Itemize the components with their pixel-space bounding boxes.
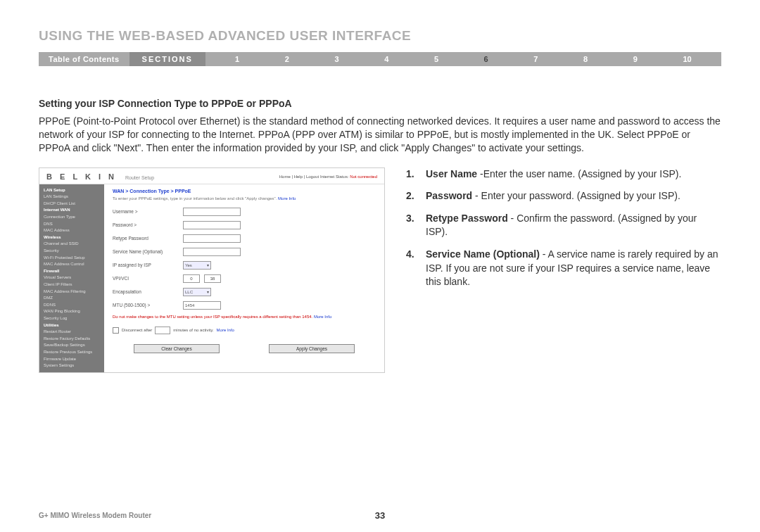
sidebar-item[interactable]: Client IP Filters — [39, 281, 104, 289]
footer-page-number: 33 — [375, 510, 385, 521]
label-mtu: MTU (500-1500) > — [113, 303, 183, 308]
sidebar-item[interactable]: DNS — [39, 221, 104, 228]
sidebar-item[interactable]: MAC Address Filtering — [39, 289, 104, 296]
chevron-down-icon: ▾ — [207, 289, 209, 294]
sidebar-item: Wireless — [39, 234, 104, 241]
instruction-item: 3.Retype Password - Confirm the password… — [406, 212, 721, 239]
input-vci[interactable]: 38 — [204, 274, 221, 283]
sidebar-item: Internet WAN — [39, 207, 104, 214]
label-password: Password > — [113, 222, 183, 227]
nav-num-4[interactable]: 4 — [384, 55, 388, 63]
sidebar-item[interactable]: Connection Type — [39, 214, 104, 221]
nav-num-3[interactable]: 3 — [335, 55, 339, 63]
checkbox-disconnect[interactable] — [113, 327, 119, 334]
select-encap[interactable]: LLC▾ — [183, 288, 211, 296]
instruction-item: 2.Password - Enter your password. (Assig… — [406, 189, 721, 203]
sidebar-item[interactable]: MAC Address — [39, 227, 104, 234]
label-encap: Encapsulation — [113, 289, 183, 294]
disconnect-row: Disconnect after minutes of no activity.… — [113, 327, 376, 334]
sidebar-item[interactable]: Save/Backup Settings — [39, 342, 104, 349]
sidebar-item: LAN Setup — [39, 187, 104, 194]
sidebar-item[interactable]: System Settings — [39, 362, 104, 369]
router-sidebar: LAN SetupLAN SettingsDHCP Client ListInt… — [39, 184, 104, 372]
sidebar-item[interactable]: Firmware Update — [39, 356, 104, 363]
input-username[interactable] — [183, 208, 241, 216]
sidebar-item: Utilities — [39, 322, 104, 329]
router-top-links: Home | Help | Logout Internet Status: No… — [279, 175, 377, 179]
input-password[interactable] — [183, 221, 241, 229]
sidebar-item[interactable]: Security Log — [39, 315, 104, 322]
nav-sections-label: SECTIONS — [129, 52, 205, 66]
chevron-down-icon: ▾ — [207, 262, 209, 267]
sidebar-item[interactable]: Restore Previous Settings — [39, 349, 104, 356]
nav-num-8[interactable]: 8 — [583, 55, 588, 63]
section-subheading: Setting your ISP Connection Type to PPPo… — [39, 98, 721, 109]
sidebar-item[interactable]: Security — [39, 248, 104, 255]
sidebar-item[interactable]: Wi-Fi Protected Setup — [39, 255, 104, 262]
sidebar-item[interactable]: WAN Ping Blocking — [39, 308, 104, 315]
router-help-text: To enter your PPPoE settings, type in yo… — [113, 196, 376, 201]
input-idle-minutes[interactable] — [155, 327, 170, 334]
instructions-list: 1.User Name -Enter the user name. (Assig… — [406, 167, 721, 373]
input-service[interactable] — [183, 248, 241, 256]
sidebar-item: Firewall — [39, 268, 104, 275]
label-username: Username > — [113, 209, 183, 214]
nav-num-1[interactable]: 1 — [235, 55, 239, 63]
nav-bar: Table of Contents SECTIONS 1 2 3 4 5 6 7… — [39, 52, 721, 66]
label-vpivci: VPI/VCI — [113, 276, 183, 281]
apply-changes-button[interactable]: Apply Changes — [269, 344, 355, 353]
sidebar-item[interactable]: MAC Address Control — [39, 261, 104, 268]
sidebar-item[interactable]: DHCP Client List — [39, 201, 104, 208]
sidebar-item[interactable]: Restore Factory Defaults — [39, 336, 104, 343]
nav-num-9[interactable]: 9 — [633, 55, 638, 63]
mtu-note: Do not make changes to the MTU setting u… — [113, 315, 376, 319]
input-vpi[interactable]: 0 — [183, 274, 200, 283]
router-breadcrumb: WAN > Connection Type > PPPoE — [113, 189, 376, 194]
footer-product: G+ MIMO Wireless Modem Router — [39, 512, 151, 519]
nav-num-2[interactable]: 2 — [285, 55, 289, 63]
router-logo: B E L K I N — [46, 172, 117, 181]
select-ipassigned[interactable]: Yes▾ — [183, 261, 211, 270]
sidebar-item[interactable]: DMZ — [39, 295, 104, 302]
router-screenshot: B E L K I N Router Setup Home | Help | L… — [39, 167, 385, 373]
input-mtu[interactable]: 1454 — [183, 301, 221, 310]
label-retype: Retype Password — [113, 236, 183, 241]
sidebar-item[interactable]: LAN Settings — [39, 194, 104, 201]
input-retype[interactable] — [183, 234, 241, 243]
sidebar-item[interactable]: Restart Router — [39, 329, 104, 336]
sidebar-item[interactable]: DDNS — [39, 302, 104, 309]
nav-toc[interactable]: Table of Contents — [39, 55, 129, 63]
page-footer: G+ MIMO Wireless Modem Router 33 — [39, 512, 721, 519]
router-status: Not connected — [350, 175, 377, 179]
label-service: Service Name (Optional) — [113, 249, 183, 254]
instruction-item: 4.Service Name (Optional) - A service na… — [406, 248, 721, 289]
router-logo-sub: Router Setup — [125, 175, 154, 180]
section-body: PPPoE (Point-to-Point Protocol over Ethe… — [39, 115, 721, 155]
sidebar-item[interactable]: Virtual Servers — [39, 274, 104, 281]
nav-num-7[interactable]: 7 — [533, 55, 538, 63]
instruction-item: 1.User Name -Enter the user name. (Assig… — [406, 167, 721, 182]
sidebar-item[interactable]: Channel and SSID — [39, 241, 104, 248]
nav-num-5[interactable]: 5 — [434, 55, 438, 63]
nav-num-6[interactable]: 6 — [484, 55, 488, 63]
nav-num-10[interactable]: 10 — [683, 55, 691, 63]
chapter-title: USING THE WEB-BASED ADVANCED USER INTERF… — [39, 28, 721, 44]
nav-numbers: 1 2 3 4 5 6 7 8 9 10 — [205, 55, 721, 63]
label-ipassigned: IP assigned by ISP — [113, 262, 183, 267]
clear-changes-button[interactable]: Clear Changes — [134, 344, 220, 353]
